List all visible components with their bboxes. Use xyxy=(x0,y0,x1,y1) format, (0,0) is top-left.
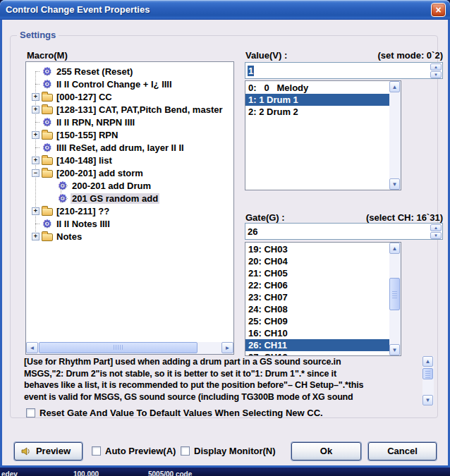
auto-preview-checkbox[interactable] xyxy=(92,446,101,456)
list-item[interactable]: 26: CH11 xyxy=(245,339,389,351)
list-item[interactable]: 22: CH06 xyxy=(245,279,389,291)
tree-item-label: [210-211] ?? xyxy=(55,206,111,216)
tree-item[interactable]: +[128-131] CAT, PAT,Pitch Bend, master xyxy=(26,103,233,116)
collapse-minus-icon[interactable]: − xyxy=(32,169,39,177)
value-hint: (set mode: 0`2) xyxy=(378,50,443,61)
tree-item[interactable]: ⚙IIII ReSet, add drum, layer II II xyxy=(26,141,233,154)
gate-list-rows: 19: CH0320: CH0421: CH0522: CH0623: CH07… xyxy=(245,243,389,355)
ok-button[interactable]: Ok xyxy=(291,442,361,460)
titlebar[interactable]: Control Change Event Properties × xyxy=(0,0,450,20)
scroll-up-button[interactable]: ▲ xyxy=(422,356,433,367)
expand-plus-icon[interactable]: + xyxy=(32,233,39,240)
scrollbar-thumb[interactable] xyxy=(389,278,400,310)
dialog-body: Settings Macro(M) ⚙255 Reset (Reset)⚙II … xyxy=(2,20,448,465)
folder-icon xyxy=(42,132,53,140)
display-monitor-checkbox[interactable] xyxy=(181,446,190,456)
list-item[interactable]: 1: 1 Drum 1 xyxy=(245,94,389,106)
spin-down-button[interactable]: ▼ xyxy=(430,71,442,78)
folder-icon xyxy=(42,208,53,216)
tree-item-label: [140-148] list xyxy=(55,155,114,166)
list-item[interactable]: 27: CH12 xyxy=(245,351,389,355)
spin-up-button[interactable]: ▲ xyxy=(430,63,442,71)
scroll-up-button[interactable]: ▲ xyxy=(389,81,400,92)
list-item[interactable]: 21: CH05 xyxy=(245,267,389,279)
value-scrollbar[interactable]: ▲ ▼ xyxy=(389,81,401,190)
cancel-button[interactable]: Cancel xyxy=(368,442,437,460)
value-spinner: ▲ ▼ xyxy=(430,63,442,78)
tree-item-label: Notes xyxy=(55,231,83,242)
tree-item-label: [200-201] add storm xyxy=(55,168,145,178)
expand-plus-icon[interactable]: + xyxy=(32,93,39,101)
tree-item[interactable]: ⚙II II RPN, NRPN IIII xyxy=(26,116,233,128)
tree-item[interactable]: ⚙II II Notes IIII xyxy=(26,217,233,230)
close-button[interactable]: × xyxy=(431,3,446,17)
tree-item[interactable]: +[150-155] RPN xyxy=(26,128,233,141)
scroll-down-button[interactable]: ▼ xyxy=(422,395,433,405)
tree-item-label: II II Notes IIII xyxy=(55,219,111,229)
list-item[interactable]: 2: 2 Drum 2 xyxy=(245,106,389,118)
tree-item[interactable]: +[140-148] list xyxy=(26,154,233,166)
gear-icon: ⚙ xyxy=(42,78,53,90)
gate-listbox[interactable]: 19: CH0320: CH0421: CH0522: CH0623: CH07… xyxy=(245,242,401,356)
gate-scrollbar[interactable]: ▲ ▼ xyxy=(389,243,401,355)
list-item[interactable]: 24: CH08 xyxy=(245,303,389,315)
list-item[interactable]: 16: CH10 xyxy=(245,327,389,339)
gear-icon: ⚙ xyxy=(42,142,53,153)
list-item[interactable]: 19: CH03 xyxy=(245,243,389,255)
gear-icon: ⚙ xyxy=(57,180,68,191)
scroll-down-button[interactable]: ▼ xyxy=(389,178,400,190)
scrollbar-thumb[interactable] xyxy=(422,368,433,379)
tree-item[interactable]: −[200-201] add storm xyxy=(26,166,233,179)
list-item[interactable]: 23: CH07 xyxy=(245,291,389,303)
scroll-left-button[interactable]: ◄ xyxy=(26,342,38,353)
description-line: [Use for Rhythm Part] used when adding a… xyxy=(24,356,420,368)
statusbar-text-fragment: 100,000 xyxy=(73,470,99,476)
spin-down-button[interactable]: ▼ xyxy=(430,232,442,239)
macro-tree-rows: ⚙255 Reset (Reset)⚙II II Control Change … xyxy=(26,65,233,342)
preview-button[interactable]: Preview xyxy=(14,442,83,460)
description-scrollbar[interactable]: ▲ ▼ xyxy=(422,356,434,405)
value-listbox[interactable]: 0: 0 Melody1: 1 Drum 12: 2 Drum 2 ▲ ▼ xyxy=(245,80,401,190)
folder-icon xyxy=(42,94,53,102)
folder-icon xyxy=(42,233,53,241)
scroll-up-button[interactable]: ▲ xyxy=(389,243,400,254)
value-spin-text: 1 xyxy=(248,64,254,78)
description-line: event is valid for MSGS, GS sound source… xyxy=(24,391,420,403)
gate-spin-edit[interactable]: 26 ▲ ▼ xyxy=(245,223,443,240)
tree-item-label: 200-201 add Drum xyxy=(71,181,152,191)
display-monitor-label: Display Monitor(N) xyxy=(194,446,276,456)
tree-horizontal-scrollbar[interactable]: ◄ ► xyxy=(26,342,233,354)
gear-icon: ⚙ xyxy=(42,116,53,128)
macro-tree[interactable]: ⚙255 Reset (Reset)⚙II II Control Change … xyxy=(25,61,234,355)
tree-item[interactable]: +Notes xyxy=(26,230,233,243)
tree-item-label: 255 Reset (Reset) xyxy=(55,66,134,77)
scroll-down-button[interactable]: ▼ xyxy=(389,344,400,355)
tree-item[interactable]: ⚙255 Reset (Reset) xyxy=(26,65,233,78)
statusbar-text-fragment: 5005/00 code xyxy=(148,470,192,476)
spin-up-button[interactable]: ▲ xyxy=(430,224,442,231)
tree-item[interactable]: ⚙201 GS random add xyxy=(26,192,233,205)
tree-item-label: [150-155] RPN xyxy=(55,130,119,140)
list-item[interactable]: 0: 0 Melody xyxy=(245,82,389,94)
dialog-control-change-event-properties: Control Change Event Properties × Settin… xyxy=(0,0,450,468)
tree-item-label: II II Control Change + I¿ IIII xyxy=(55,79,174,90)
expand-plus-icon[interactable]: + xyxy=(32,207,39,215)
tree-item[interactable]: +[210-211] ?? xyxy=(26,205,233,217)
expand-plus-icon[interactable]: + xyxy=(32,131,39,139)
list-item[interactable]: 25: CH09 xyxy=(245,315,389,327)
gate-spinner: ▲ ▼ xyxy=(430,224,442,238)
expand-plus-icon[interactable]: + xyxy=(32,106,39,114)
tree-item[interactable]: ⚙II II Control Change + I¿ IIII xyxy=(26,78,233,90)
scrollbar-thumb[interactable] xyxy=(39,342,197,353)
list-item[interactable]: 20: CH04 xyxy=(245,255,389,267)
gate-label: Gate(G) : xyxy=(245,212,285,223)
reset-defaults-checkbox[interactable] xyxy=(26,408,35,417)
scroll-right-button[interactable]: ► xyxy=(221,342,233,353)
tree-item[interactable]: ⚙200-201 add Drum xyxy=(26,179,233,192)
gate-spin-text: 26 xyxy=(248,225,257,238)
value-spin-edit[interactable]: 1 ▲ ▼ xyxy=(245,62,443,79)
tree-item[interactable]: +[000-127] CC xyxy=(26,90,233,103)
description-line: behaves like a list, it is recommended t… xyxy=(24,379,420,391)
expand-plus-icon[interactable]: + xyxy=(32,157,39,164)
scrollbar-grip xyxy=(425,370,430,378)
